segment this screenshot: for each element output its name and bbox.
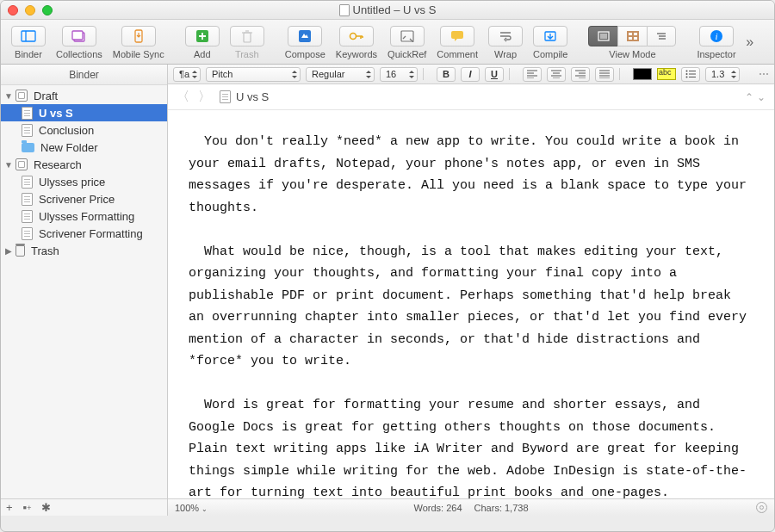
svg-rect-19 — [629, 33, 632, 35]
svg-point-10 — [350, 34, 356, 40]
svg-rect-12 — [451, 31, 463, 39]
svg-rect-0 — [22, 31, 35, 41]
doc-title: U vs S — [220, 90, 269, 103]
disclosure-triangle[interactable]: ▶ — [4, 246, 13, 256]
comment-button[interactable]: Comment — [431, 24, 483, 59]
char-count: Chars: 1,738 — [474, 503, 529, 513]
add-item-button[interactable]: + — [6, 501, 13, 514]
align-justify-button[interactable] — [595, 67, 614, 82]
word-count: Words: 264 — [413, 503, 462, 513]
format-bar-options-button[interactable]: ⋯ — [759, 68, 769, 80]
bold-button[interactable]: B — [437, 67, 456, 82]
target-button[interactable] — [756, 502, 767, 513]
tree-item[interactable]: ▼Draft — [1, 87, 167, 104]
align-right-button[interactable] — [571, 67, 590, 82]
tree-item[interactable]: U vs S — [1, 104, 167, 121]
header-collapse-up[interactable]: ⌃ — [745, 91, 753, 103]
tree-item[interactable]: Ulysses price — [1, 173, 167, 190]
svg-point-46 — [686, 73, 688, 75]
font-family-select[interactable]: Pitch — [206, 67, 301, 82]
tree-item-label: Research — [34, 158, 82, 171]
disclosure-triangle[interactable]: ▼ — [4, 91, 13, 101]
tree-item[interactable]: ▶Trash — [1, 242, 167, 259]
highlight-swatch[interactable] — [657, 68, 676, 80]
document-icon — [220, 90, 231, 103]
document-icon — [22, 210, 33, 223]
collections-button[interactable]: Collections — [51, 24, 108, 59]
quickref-icon — [400, 30, 414, 42]
disclosure-triangle[interactable]: ▼ — [4, 160, 13, 170]
view-mode-document[interactable] — [588, 26, 617, 46]
view-mode-outline[interactable] — [647, 26, 676, 46]
list-button[interactable] — [681, 67, 700, 82]
binder-icon — [21, 30, 36, 42]
svg-rect-6 — [244, 33, 251, 42]
svg-rect-21 — [629, 37, 632, 40]
mobile-sync-button[interactable]: Mobile Sync — [108, 24, 170, 59]
document-icon — [22, 107, 33, 120]
sidebar-footer: + ▪+ ✱ — [1, 498, 167, 516]
document-icon — [22, 176, 33, 189]
svg-point-44 — [686, 71, 688, 72]
tree-item-label: Draft — [34, 90, 58, 102]
view-mode-corkboard[interactable] — [617, 26, 647, 46]
binder-button[interactable]: Binder — [6, 24, 51, 59]
nav-back-button[interactable]: 〈 — [177, 89, 189, 105]
key-icon — [349, 30, 364, 42]
tree-item-label: Ulysses Formatting — [39, 210, 134, 223]
keywords-button[interactable]: Keywords — [331, 24, 382, 59]
minimize-window-button[interactable] — [25, 5, 35, 15]
svg-point-48 — [686, 77, 688, 78]
nav-forward-button[interactable]: 〉 — [198, 89, 211, 105]
traffic-lights — [8, 5, 53, 15]
zoom-window-button[interactable] — [42, 5, 53, 15]
status-bar: 100% ⌄ Words: 264 Chars: 1,738 — [168, 498, 774, 516]
svg-text:i: i — [716, 31, 718, 41]
zoom-level[interactable]: 100% ⌄ — [175, 503, 208, 513]
trash-button[interactable]: Trash — [225, 24, 270, 59]
window-title: Untitled – U vs S — [1, 3, 774, 16]
tree-item[interactable]: Scrivener Formatting — [1, 225, 167, 242]
compose-button[interactable]: Compose — [280, 24, 331, 59]
tree-item[interactable]: Ulysses Formatting — [1, 207, 167, 225]
close-window-button[interactable] — [8, 5, 18, 15]
sidebar-gear-button[interactable]: ✱ — [41, 501, 51, 514]
header-collapse-down[interactable]: ⌄ — [757, 91, 766, 103]
document-icon — [22, 124, 33, 137]
underline-button[interactable]: U — [485, 67, 504, 82]
content-column: ¶a Pitch Regular 16 B I U 1.3 ⋯ 〈 〉 — [168, 65, 774, 516]
tree-item[interactable]: ▼Research — [1, 156, 167, 173]
add-folder-button[interactable]: ▪+ — [23, 501, 32, 514]
tree-item[interactable]: Conclusion — [1, 121, 167, 139]
paragraph-style-select[interactable]: ¶a — [173, 67, 201, 82]
font-size-select[interactable]: 16 — [380, 67, 418, 82]
text-color-swatch[interactable] — [633, 68, 652, 80]
wrap-icon — [499, 30, 512, 42]
plus-icon — [195, 29, 209, 43]
collections-icon — [71, 30, 87, 42]
svg-rect-20 — [634, 33, 637, 35]
tree-item-label: Trash — [31, 244, 59, 257]
text-editor[interactable]: You don't really *need* a new app to wri… — [168, 110, 774, 498]
quickref-button[interactable]: QuickRef — [382, 24, 431, 59]
binder-tree[interactable]: ▼DraftU vs SConclusionNew Folder▼Researc… — [1, 85, 167, 498]
svg-rect-3 — [72, 31, 83, 40]
add-button[interactable]: Add — [180, 24, 225, 59]
tree-item-label: U vs S — [39, 107, 73, 120]
tree-item[interactable]: New Folder — [1, 139, 167, 156]
toolbar-overflow-button[interactable]: » — [741, 32, 759, 53]
tree-item[interactable]: Scrivener Price — [1, 190, 167, 207]
font-weight-select[interactable]: Regular — [306, 67, 375, 82]
italic-button[interactable]: I — [461, 67, 480, 82]
wrap-button[interactable]: Wrap — [483, 24, 528, 59]
trash-icon — [16, 245, 25, 257]
sidebar-header: Binder — [1, 65, 167, 85]
align-center-button[interactable] — [547, 67, 566, 82]
align-left-button[interactable] — [523, 67, 542, 82]
line-spacing-select[interactable]: 1.3 — [705, 67, 740, 82]
tree-item-label: Conclusion — [39, 124, 94, 137]
inspector-button[interactable]: i Inspector — [691, 24, 741, 59]
compose-icon — [298, 29, 312, 43]
document-icon — [339, 4, 350, 16]
compile-button[interactable]: Compile — [528, 24, 573, 59]
